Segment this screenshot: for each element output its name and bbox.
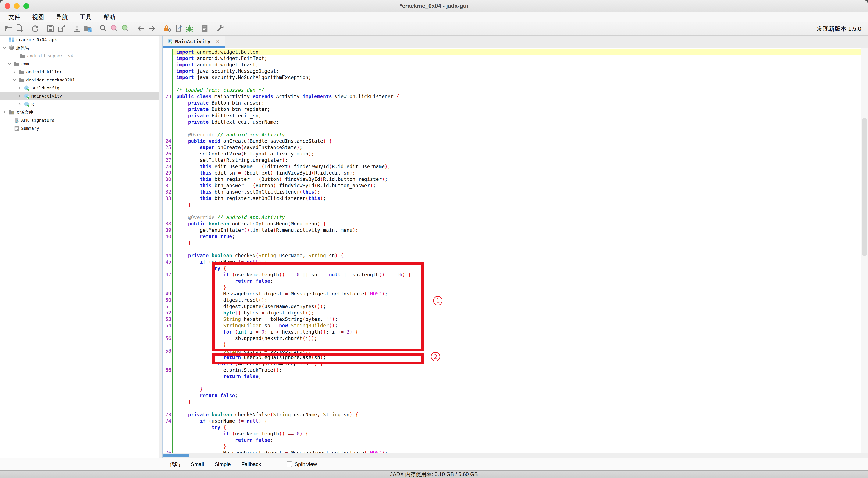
code-text: /* loaded from: classes.dex */ xyxy=(173,87,868,93)
line-number: 24 xyxy=(162,138,173,144)
vertical-scrollbar-thumb[interactable] xyxy=(862,118,867,256)
chevron-down-icon[interactable] xyxy=(11,77,18,83)
code-line-53: } xyxy=(162,386,868,392)
rename-button[interactable] xyxy=(173,23,184,34)
preferences-button[interactable] xyxy=(215,23,226,34)
code-text: @Override // android.app.Activity xyxy=(173,131,868,138)
code-text: for (int i = 0; i < hexstr.length(); i +… xyxy=(173,329,868,335)
view-tab-代码[interactable]: 代码 xyxy=(169,461,180,468)
tree-item-资源文件[interactable]: 资源文件 xyxy=(0,108,159,116)
tree-item-label: BuildConfig xyxy=(31,86,59,91)
tree-item-label: 源代码 xyxy=(15,45,29,51)
update-available-link[interactable]: 发现新版本 1.5.0! xyxy=(817,25,863,33)
log-viewer-button[interactable] xyxy=(199,23,211,34)
horizontal-scrollbar[interactable] xyxy=(162,453,868,458)
class-icon xyxy=(23,85,31,91)
menu-item-1[interactable]: 视图 xyxy=(32,13,51,21)
reload-button[interactable] xyxy=(29,23,40,34)
tab-mainactivity[interactable]: MainActivity × xyxy=(162,36,225,48)
line-number xyxy=(162,399,173,405)
nav-forward-button[interactable] xyxy=(147,23,157,34)
tree-item-com[interactable]: com xyxy=(0,60,159,68)
chevron-down-icon[interactable] xyxy=(1,44,8,51)
tree-item-crackme-0x04-apk[interactable]: crackme_0x04.apk xyxy=(0,36,159,44)
view-tab-fallback[interactable]: Fallback xyxy=(241,461,261,468)
line-number: 47 xyxy=(162,271,173,278)
line-number: 40 xyxy=(162,233,173,240)
chevron-right-icon[interactable] xyxy=(17,101,23,107)
panel-splitter[interactable] xyxy=(159,36,162,458)
line-number: 54 xyxy=(162,322,173,329)
chevron-right-icon[interactable] xyxy=(1,109,8,115)
tree-item-mainactivity[interactable]: MainActivity xyxy=(0,92,159,100)
tree-item-summary[interactable]: Summary xyxy=(0,124,159,132)
code-line-23: 33 this.btn_register.setOnClickListener(… xyxy=(162,195,868,202)
code-text xyxy=(173,405,868,411)
menu-item-2[interactable]: 导航 xyxy=(56,13,74,21)
search-comments-button[interactable] xyxy=(109,23,120,34)
code-line-0: import android.widget.Button; xyxy=(162,49,868,55)
signature-icon xyxy=(13,117,20,123)
tree-item-android-support-v4[interactable]: android.support.v4 xyxy=(0,52,159,60)
tree-item-r[interactable]: R xyxy=(0,100,159,108)
split-view-checkbox[interactable] xyxy=(286,461,292,467)
menu-item-4[interactable]: 帮助 xyxy=(103,13,122,21)
tree-item-apk-signature[interactable]: APK signature xyxy=(0,116,159,124)
code-text: sb.append(hexstr.charAt(i)); xyxy=(173,335,868,341)
code-text: return true; xyxy=(173,233,868,240)
search-button[interactable] xyxy=(98,23,109,34)
code-line-32: 44 private boolean checkSN(String userNa… xyxy=(162,252,868,259)
split-view-toggle[interactable]: Split view xyxy=(286,461,317,468)
code-line-61: return false; xyxy=(162,437,868,443)
search-class-button[interactable] xyxy=(120,23,131,34)
tree-item-label: android.support.v4 xyxy=(26,53,73,58)
tree-item-label: R xyxy=(31,101,34,107)
toolbar-separator xyxy=(69,24,69,33)
open-apk-button[interactable] xyxy=(3,23,14,34)
view-tab-smali[interactable]: Smali xyxy=(191,461,204,468)
tab-close-icon[interactable]: × xyxy=(216,38,219,45)
code-text xyxy=(173,125,868,131)
class-icon xyxy=(167,38,173,45)
code-line-11: private EditText edit_userName; xyxy=(162,119,868,125)
code-line-24: } xyxy=(162,202,868,208)
refresh-icon xyxy=(31,24,39,34)
code-line-58: 74 if (userName != null) { xyxy=(162,418,868,424)
code-editor[interactable]: import android.widget.Button;import andr… xyxy=(162,48,868,453)
deobfuscation-button[interactable] xyxy=(162,23,173,34)
tree-item-droider-crackme0201[interactable]: droider.crackme0201 xyxy=(0,76,159,84)
code-line-8: private Button btn_answer; xyxy=(162,100,868,106)
split-view-label: Split view xyxy=(294,461,317,468)
code-line-10: private EditText edit_sn; xyxy=(162,112,868,119)
view-tab-simple[interactable]: Simple xyxy=(215,461,231,468)
nav-back-button[interactable] xyxy=(135,23,147,34)
line-number xyxy=(162,112,173,119)
code-text: return false; xyxy=(173,392,868,399)
menu-item-0[interactable]: 文件 xyxy=(8,13,27,21)
save-all-button[interactable] xyxy=(45,23,56,34)
horizontal-scrollbar-thumb[interactable] xyxy=(163,454,189,457)
tree-item-buildconfig[interactable]: BuildConfig xyxy=(0,84,159,92)
tab-label: MainActivity xyxy=(175,39,211,44)
chevron-right-icon[interactable] xyxy=(11,69,18,75)
folder-icon xyxy=(13,61,20,67)
chevron-right-icon[interactable] xyxy=(17,85,23,91)
code-line-20: 30 this.btn_register = (Button) findView… xyxy=(162,176,868,182)
chevron-down-icon[interactable] xyxy=(6,61,13,67)
chevron-right-icon[interactable] xyxy=(17,93,23,99)
add-files-button[interactable] xyxy=(14,23,25,34)
vertical-scrollbar[interactable] xyxy=(861,48,868,453)
tree-item-android-killer[interactable]: android.killer xyxy=(0,68,159,76)
menu-item-3[interactable]: 工具 xyxy=(80,13,98,21)
debugger-button[interactable] xyxy=(184,23,195,34)
line-number xyxy=(162,240,173,246)
code-text: public boolean onCreateOptionsMenu(Menu … xyxy=(173,220,868,227)
apk-icon xyxy=(8,36,15,43)
tree-item-label: MainActivity xyxy=(31,93,62,99)
code-text: import android.widget.EditText; xyxy=(173,55,868,61)
export-button[interactable] xyxy=(56,23,67,34)
packages-button[interactable] xyxy=(83,23,93,34)
collapse-button[interactable] xyxy=(71,23,83,34)
folder-open-icon xyxy=(4,24,13,34)
tree-item-源代码[interactable]: 源代码 xyxy=(0,44,159,52)
